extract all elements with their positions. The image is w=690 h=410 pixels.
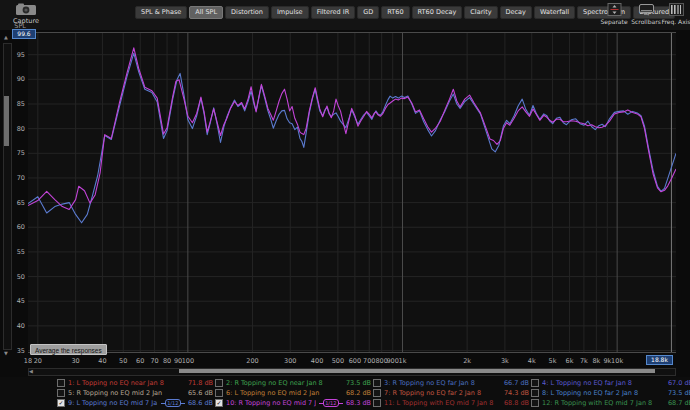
legend-checkbox-2[interactable] [215,379,223,387]
x-tick-label: 1k [391,357,415,365]
x-tick-label: 2k [455,357,479,365]
x-tick-label: 3k [493,357,517,365]
legend-label[interactable]: 6: L Topping no EQ mid 2 Jan [226,389,343,397]
tab-clarity[interactable]: Clarity [464,6,497,19]
legend-checkbox-9[interactable]: ✓ [57,399,65,407]
legend-level-value: 68.2 dB [346,389,371,397]
y-tick-label: 65 [0,199,25,207]
measurement-legend: 1: L Topping no EQ near Jan 871.8 dB5: R… [0,377,690,410]
legend-label[interactable]: 11: L Topping with EQ mid 7 Jan 8 [384,399,501,407]
legend-label[interactable]: 7: R Topping no EQ far 2 Jan 8 [384,389,501,397]
freq-axis-icon [669,3,684,16]
legend-level-value: 65.6 dB [188,389,213,397]
legend-level-value: 71.8 dB [188,379,213,387]
toolbar: Capture SPL & PhaseAll SPLDistortionImpu… [0,0,690,30]
legend-item-1: 1: L Topping no EQ near Jan 871.8 dB [57,378,213,388]
y-tick-label: 45 [0,297,25,305]
tab-gd[interactable]: GD [357,6,379,19]
y-tick-label: 60 [0,223,25,231]
y-tick-label: 85 [0,100,25,108]
tab-filtered-ir[interactable]: Filtered IR [311,6,356,19]
legend-label[interactable]: 12: R Topping with EQ mid 7 Jan 8 [542,399,665,407]
separate-label: Separate [597,18,631,25]
horizontal-scrollbar-thumb[interactable] [179,369,655,373]
legend-label[interactable]: 3: R Topping no EQ far Jan 8 [384,379,501,387]
separate-button[interactable]: Separate [597,3,631,25]
legend-item-5: 5: R Topping no EQ mid 2 Jan65.6 dB [57,388,213,398]
legend-item-6: 6: L Topping no EQ mid 2 Jan68.2 dB [215,388,371,398]
tab-spl-phase[interactable]: SPL & Phase [135,6,187,19]
x-tick-label: 300 [278,357,302,365]
legend-label[interactable]: 2: R Topping no EQ near Jan 8 [226,379,343,387]
legend-checkbox-5[interactable] [57,389,65,397]
scroll-left-icon[interactable]: ◀ [29,369,33,374]
legend-checkbox-12[interactable] [531,399,539,407]
legend-checkbox-4[interactable] [531,379,539,387]
legend-level-value: 68.6 dB [188,399,213,407]
y-tick-label: 80 [0,125,25,133]
graph-tab-strip: SPL & PhaseAll SPLDistortionImpulseFilte… [135,6,675,19]
legend-item-8: 8: L Topping no EQ far 2 Jan 873.5 dB [531,388,690,398]
legend-checkbox-11[interactable] [373,399,381,407]
y-tick-label: 50 [0,273,25,281]
separate-icon [607,3,622,16]
average-responses-button[interactable]: Average the responses [30,344,107,355]
y-tick-label: 35 [0,347,25,355]
tab-impulse[interactable]: Impulse [271,6,309,19]
tab-decay[interactable]: Decay [500,6,532,19]
tab-distortion[interactable]: Distortion [225,6,269,19]
legend-level-value: 68.7 dB [668,399,690,407]
legend-item-11: 11: L Topping with EQ mid 7 Jan 868.8 dB [373,398,529,408]
smoothing-badge: 1/12 [161,399,185,407]
freq-axis-label: Freq. Axis [659,18,690,25]
legend-checkbox-7[interactable] [373,389,381,397]
y-tick-label: 90 [0,75,25,83]
spl-cursor-value-box[interactable]: 99.6 [12,29,36,39]
x-tick-label: 200 [240,357,264,365]
tab-all-spl[interactable]: All SPL [189,6,223,19]
freq-axis-button[interactable]: Freq. Axis [659,3,690,25]
scrollbars-button[interactable]: Scrollbars [629,3,663,25]
scrollbars-label: Scrollbars [629,18,663,25]
x-tick-label: 10k [605,357,629,365]
legend-label[interactable]: 9: L Topping no EQ mid 7 Ja [68,399,158,407]
legend-level-value: 73.5 dB [346,379,371,387]
legend-level-value: 66.7 dB [504,379,529,387]
legend-level-value: 73.5 dB [668,389,690,397]
scroll-up-icon[interactable]: ▲ [4,35,8,40]
legend-item-12: 12: R Topping with EQ mid 7 Jan 868.7 dB [531,398,690,408]
legend-item-10: ✓10: R Topping no EQ mid 7 Ja1/1268.3 dB [215,398,371,408]
tab-rt60[interactable]: RT60 [381,6,409,19]
smoothing-badge: 1/12 [319,399,343,407]
horizontal-scrollbar[interactable] [28,368,676,376]
legend-label[interactable]: 8: L Topping no EQ far 2 Jan 8 [542,389,665,397]
y-tick-label: 75 [0,149,25,157]
legend-item-3: 3: R Topping no EQ far Jan 866.7 dB [373,378,529,388]
legend-label[interactable]: 10: R Topping no EQ mid 7 Ja [226,399,316,407]
legend-checkbox-1[interactable] [57,379,65,387]
legend-label[interactable]: 4: L Topping no EQ far Jan 8 [542,379,665,387]
legend-checkbox-3[interactable] [373,379,381,387]
rew-all-spl-window: Capture SPL & PhaseAll SPLDistortionImpu… [0,0,690,410]
y-tick-label: 95 [0,51,25,59]
freq-cursor-value-box[interactable]: 18.8k [646,355,673,365]
x-tick-label: 30 [64,357,88,365]
legend-level-value: 68.3 dB [346,399,371,407]
legend-item-7: 7: R Topping no EQ far 2 Jan 874.3 dB [373,388,529,398]
legend-level-value: 74.3 dB [504,389,529,397]
camera-icon [15,3,37,16]
legend-checkbox-6[interactable] [215,389,223,397]
legend-item-2: 2: R Topping no EQ near Jan 873.5 dB [215,378,371,388]
x-tick-label: 20 [26,357,50,365]
legend-label[interactable]: 1: L Topping no EQ near Jan 8 [68,379,185,387]
legend-item-9: ✓9: L Topping no EQ mid 7 Ja1/1268.6 dB [57,398,213,408]
tab-waterfall[interactable]: Waterfall [534,6,575,19]
tab-rt60-decay[interactable]: RT60 Decay [412,6,463,19]
y-tick-label: 40 [0,322,25,330]
spl-plot-area[interactable] [28,32,676,353]
legend-label[interactable]: 5: R Topping no EQ mid 2 Jan [68,389,185,397]
legend-item-4: 4: L Topping no EQ far Jan 867.0 dB [531,378,690,388]
scrollbars-icon [638,3,655,16]
legend-checkbox-10[interactable]: ✓ [215,399,223,407]
legend-checkbox-8[interactable] [531,389,539,397]
